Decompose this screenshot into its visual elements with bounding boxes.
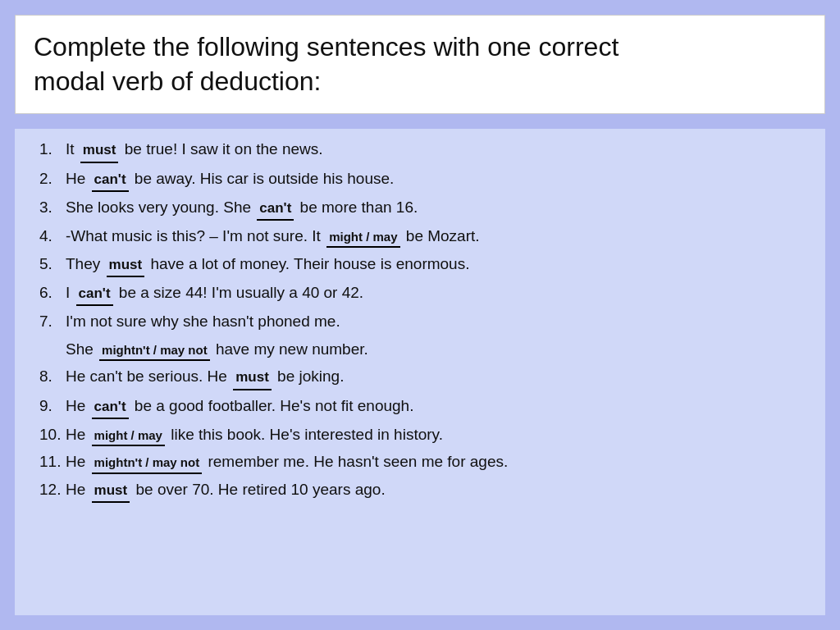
sentence-text: It must be true! I saw it on the news. [66,137,801,162]
answer-badge: must [92,480,130,503]
list-item: He can't be away. His car is outside his… [39,167,801,192]
list-item: He must be over 70. He retired 10 years … [39,477,801,503]
list-item: He can't be serious. He must be joking. [39,364,801,390]
sentence-text: I can't be a size 44! I'm usually a 40 o… [66,281,801,306]
sentence-text: He mightn't / may not remember me. He ha… [66,450,801,473]
sentence-text: He must be over 70. He retired 10 years … [66,477,801,503]
answer-badge: must [233,367,272,390]
page-title: Complete the following sentences with on… [34,30,806,98]
title-box: Complete the following sentences with on… [15,15,825,114]
list-item: He mightn't / may not remember me. He ha… [39,450,801,473]
list-item: He might / may like this book. He's inte… [39,422,801,446]
answer-badge: might / may [326,227,399,248]
answer-badge: can't [76,283,113,306]
list-item: I'm not sure why she hasn't phoned me. [39,309,801,333]
sentence-text: -What music is this? – I'm not sure. It … [66,224,801,248]
list-item: I can't be a size 44! I'm usually a 40 o… [39,281,801,306]
title-line1: Complete the following sentences with on… [34,32,619,62]
sentence-text: I'm not sure why she hasn't phoned me. [66,309,801,333]
content-box: It must be true! I saw it on the news.He… [15,129,825,615]
sentence-text: He can't be a good footballer. He's not … [66,394,801,419]
list-item: She looks very young. She can't be more … [39,195,801,221]
answer-badge: might / may [92,426,165,446]
sentence-list: It must be true! I saw it on the news.He… [39,137,801,503]
list-item: He can't be a good footballer. He's not … [39,394,801,419]
sentence-text: He might / may like this book. He's inte… [66,422,801,446]
answer-badge: mightn't / may not [92,453,203,473]
sentence-text: He can't be serious. He must be joking. [66,364,801,390]
answer-badge: can't [92,169,129,192]
sentence-text: They must have a lot of money. Their hou… [66,252,801,277]
answer-badge: can't [257,198,294,221]
sub-sentence: She mightn't / may not have my new numbe… [66,337,801,361]
sub-sentence-text: She mightn't / may not have my new numbe… [66,337,368,361]
list-item: It must be true! I saw it on the news. [39,137,801,162]
title-line2: modal verb of deduction: [34,66,321,96]
answer-badge: must [80,139,119,162]
sentence-text: He can't be away. His car is outside his… [66,167,801,192]
answer-badge: must [107,254,145,277]
sentence-text: She looks very young. She can't be more … [66,195,801,221]
answer-badge: mightn't / may not [99,340,210,361]
list-item: They must have a lot of money. Their hou… [39,252,801,277]
list-item: -What music is this? – I'm not sure. It … [39,224,801,248]
answer-badge: can't [92,396,129,419]
